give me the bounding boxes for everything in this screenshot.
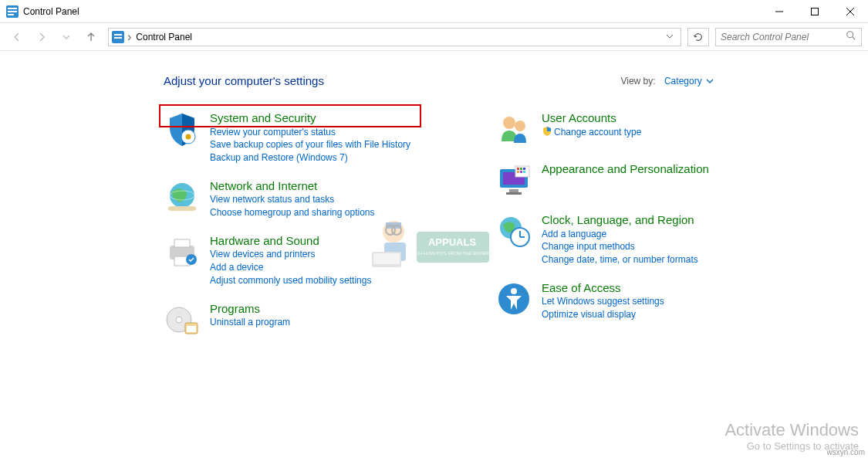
svg-point-26 xyxy=(503,117,515,129)
content-area: Adjust your computer's settings View by:… xyxy=(0,51,868,338)
svg-rect-17 xyxy=(168,206,196,211)
categories-left-column: System and Security Review your computer… xyxy=(164,110,434,338)
view-by-label: View by: xyxy=(620,76,655,87)
category-system-security: System and Security Review your computer… xyxy=(164,110,434,165)
uac-shield-icon xyxy=(542,126,552,137)
navigation-bar: › Control Panel xyxy=(0,23,868,51)
clock-globe-icon xyxy=(495,212,532,249)
ease-of-access-link[interactable]: Ease of Access xyxy=(542,280,664,296)
category-appearance: Appearance and Personalization xyxy=(495,161,765,198)
search-input[interactable] xyxy=(721,32,846,42)
up-button[interactable] xyxy=(80,26,102,48)
svg-rect-19 xyxy=(174,239,190,247)
svg-point-14 xyxy=(186,134,191,140)
close-button[interactable] xyxy=(833,0,868,22)
svg-rect-38 xyxy=(523,171,525,173)
svg-rect-37 xyxy=(520,171,522,173)
backup-restore-link[interactable]: Backup and Restore (Windows 7) xyxy=(210,151,410,165)
suggest-settings-link[interactable]: Let Windows suggest settings xyxy=(542,295,664,308)
window-title: Control Panel xyxy=(23,6,762,17)
category-network: Network and Internet View network status… xyxy=(164,178,434,219)
svg-rect-9 xyxy=(114,34,122,36)
activate-title: Activate Windows xyxy=(724,420,859,440)
file-history-link[interactable]: Save backup copies of your files with Fi… xyxy=(210,138,410,151)
mobility-settings-link[interactable]: Adjust commonly used mobility settings xyxy=(210,274,371,287)
svg-rect-1 xyxy=(8,8,17,9)
svg-rect-3 xyxy=(8,14,14,15)
visual-display-link[interactable]: Optimize visual display xyxy=(542,308,664,321)
svg-rect-35 xyxy=(523,168,525,170)
globe-icon xyxy=(164,178,201,215)
monitor-icon xyxy=(495,161,532,198)
view-by-dropdown[interactable]: Category xyxy=(664,76,714,87)
svg-rect-2 xyxy=(8,11,17,12)
svg-rect-30 xyxy=(509,189,518,192)
svg-point-11 xyxy=(847,31,853,37)
address-dropdown-icon[interactable] xyxy=(665,30,677,44)
programs-link[interactable]: Programs xyxy=(210,301,290,317)
view-by: View by: Category xyxy=(620,76,714,87)
search-icon[interactable] xyxy=(846,30,856,44)
category-hardware: Hardware and Sound View devices and prin… xyxy=(164,233,434,287)
svg-point-27 xyxy=(515,120,525,131)
svg-rect-5 xyxy=(812,8,819,15)
control-panel-icon xyxy=(6,5,19,18)
page-heading: Adjust your computer's settings xyxy=(164,74,324,87)
forward-button[interactable] xyxy=(31,26,52,48)
back-button[interactable] xyxy=(6,26,28,48)
search-box[interactable] xyxy=(715,28,862,46)
breadcrumb[interactable]: Control Panel xyxy=(136,32,665,42)
category-clock-language: Clock, Language, and Region Add a langua… xyxy=(495,212,765,266)
hardware-sound-link[interactable]: Hardware and Sound xyxy=(210,233,371,249)
category-ease-of-access: Ease of Access Let Windows suggest setti… xyxy=(495,280,765,321)
svg-point-44 xyxy=(511,288,517,294)
devices-printers-link[interactable]: View devices and printers xyxy=(210,248,371,261)
change-account-type-link[interactable]: Change account type xyxy=(542,126,641,139)
network-status-link[interactable]: View network status and tasks xyxy=(210,193,374,206)
uninstall-link[interactable]: Uninstall a program xyxy=(210,316,290,329)
date-time-formats-link[interactable]: Change date, time, or number formats xyxy=(542,253,698,266)
printer-icon xyxy=(164,233,201,270)
svg-rect-33 xyxy=(517,168,519,170)
recent-dropdown[interactable] xyxy=(56,26,77,48)
minimize-button[interactable] xyxy=(762,0,797,22)
svg-rect-36 xyxy=(517,171,519,173)
address-bar[interactable]: › Control Panel xyxy=(108,28,681,46)
appearance-link[interactable]: Appearance and Personalization xyxy=(542,161,709,177)
category-programs: Programs Uninstall a program xyxy=(164,301,434,338)
svg-rect-10 xyxy=(114,37,122,39)
clock-language-link[interactable]: Clock, Language, and Region xyxy=(542,212,698,228)
svg-rect-31 xyxy=(506,192,522,195)
categories-right-column: User Accounts Change account type Appear… xyxy=(495,110,765,338)
shield-icon xyxy=(164,110,201,148)
users-icon xyxy=(495,110,532,148)
source-url: wsxyn.com xyxy=(827,448,865,456)
svg-line-12 xyxy=(853,36,856,39)
svg-rect-25 xyxy=(187,326,196,332)
add-device-link[interactable]: Add a device xyxy=(210,261,371,274)
review-status-link[interactable]: Review your computer's status xyxy=(210,126,410,139)
disc-icon xyxy=(164,301,201,338)
system-security-link[interactable]: System and Security xyxy=(210,110,410,126)
svg-rect-34 xyxy=(520,168,522,170)
network-internet-link[interactable]: Network and Internet xyxy=(210,178,374,194)
activate-windows-watermark: Activate Windows Go to Settings to activ… xyxy=(724,420,859,452)
user-accounts-link[interactable]: User Accounts xyxy=(542,110,641,126)
window-titlebar: Control Panel xyxy=(0,0,868,23)
window-controls xyxy=(762,0,868,22)
maximize-button[interactable] xyxy=(797,0,833,22)
homegroup-link[interactable]: Choose homegroup and sharing options xyxy=(210,206,374,219)
add-language-link[interactable]: Add a language xyxy=(542,228,698,241)
refresh-button[interactable] xyxy=(687,28,709,46)
control-panel-small-icon xyxy=(112,31,124,43)
category-user-accounts: User Accounts Change account type xyxy=(495,110,765,148)
ease-of-access-icon xyxy=(495,280,532,317)
input-methods-link[interactable]: Change input methods xyxy=(542,240,698,253)
breadcrumb-separator: › xyxy=(127,30,131,44)
svg-point-23 xyxy=(176,317,182,323)
